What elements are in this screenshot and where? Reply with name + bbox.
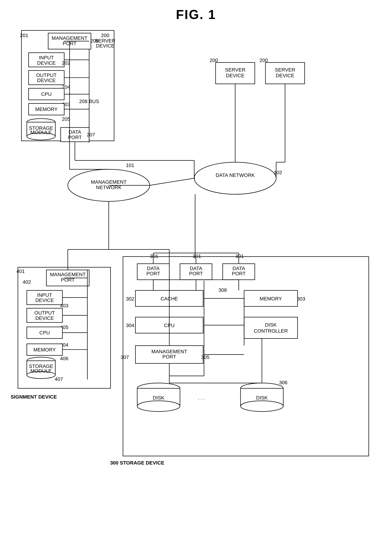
svg-text:301: 301 (193, 253, 201, 259)
svg-text:CONTROLLER: CONTROLLER (254, 328, 288, 334)
svg-text:DATA: DATA (69, 129, 81, 135)
svg-text:200: 200 (210, 58, 218, 63)
svg-text:401: 401 (16, 269, 25, 274)
svg-text:305: 305 (201, 354, 209, 360)
svg-text:MEMORY: MEMORY (33, 347, 56, 352)
svg-text:207: 207 (87, 132, 95, 137)
svg-text:400 PORT  ASSIGNMENT  DEVICE: 400 PORT ASSIGNMENT DEVICE (11, 394, 57, 400)
svg-rect-124 (244, 317, 298, 339)
svg-text:306: 306 (279, 380, 287, 385)
svg-text:CPU: CPU (39, 330, 50, 335)
svg-text:205: 205 (62, 116, 70, 122)
svg-text:PORT: PORT (146, 271, 160, 276)
svg-text:DISK: DISK (256, 395, 268, 401)
svg-text:308: 308 (219, 287, 227, 293)
svg-text:402: 402 (23, 279, 31, 285)
svg-text:DATA: DATA (147, 266, 159, 271)
svg-text:301: 301 (236, 253, 244, 259)
svg-text:301: 301 (150, 253, 158, 259)
svg-text:101: 101 (126, 162, 134, 168)
svg-text:PORT: PORT (232, 271, 246, 276)
svg-text:PORT: PORT (189, 271, 203, 276)
svg-text:403: 403 (60, 303, 68, 308)
svg-text:MANAGEMENT: MANAGEMENT (50, 272, 85, 277)
svg-text:SERVER: SERVER (225, 67, 245, 73)
svg-text:MODULE: MODULE (30, 130, 52, 135)
svg-text:OUTPUT: OUTPUT (36, 72, 57, 78)
svg-text:INPUT: INPUT (39, 55, 54, 60)
svg-text:407: 407 (55, 376, 63, 382)
svg-text:PORT: PORT (68, 134, 82, 140)
svg-point-134 (137, 401, 180, 412)
svg-text:303: 303 (297, 296, 305, 302)
svg-text:DATA: DATA (190, 266, 202, 271)
svg-text:DATA  NETWORK: DATA NETWORK (216, 172, 255, 178)
svg-text:MANAGEMENT: MANAGEMENT (52, 35, 87, 41)
svg-text:304: 304 (126, 323, 134, 328)
svg-text:MANAGEMENT: MANAGEMENT (151, 349, 187, 354)
svg-text:DISK: DISK (265, 322, 277, 328)
svg-text:. . .: . . . (198, 395, 205, 401)
svg-line-167 (150, 178, 194, 186)
svg-text:307: 307 (121, 354, 129, 360)
svg-text:DATA: DATA (233, 266, 245, 271)
page-title: FIG. 1 (0, 0, 392, 22)
svg-text:MANAGEMENT: MANAGEMENT (91, 179, 126, 185)
svg-text:CPU: CPU (41, 91, 52, 97)
svg-text:200: 200 (260, 58, 268, 63)
svg-text:DEVICE: DEVICE (35, 297, 54, 303)
svg-text:DEVICE: DEVICE (226, 73, 244, 78)
svg-text:200: 200 (101, 33, 109, 38)
svg-text:OUTPUT: OUTPUT (34, 310, 55, 315)
svg-text:DISK: DISK (153, 395, 164, 401)
svg-text:MEMORY: MEMORY (260, 296, 282, 301)
svg-text:201: 201 (20, 33, 28, 38)
svg-text:DEVICE: DEVICE (276, 73, 294, 78)
svg-point-50 (194, 162, 276, 194)
svg-text:DEVICE: DEVICE (37, 78, 56, 83)
svg-text:DEVICE: DEVICE (35, 315, 54, 321)
svg-text:MODULE: MODULE (30, 368, 52, 374)
svg-text:DEVICE: DEVICE (96, 43, 115, 49)
svg-text:PORT: PORT (162, 354, 176, 360)
svg-text:202: 202 (62, 60, 70, 66)
svg-text:300 STORAGE  DEVICE: 300 STORAGE DEVICE (110, 460, 164, 466)
svg-text:SERVER: SERVER (275, 67, 295, 73)
svg-text:302: 302 (126, 296, 134, 302)
svg-text:MEMORY: MEMORY (35, 107, 58, 112)
svg-text:INPUT: INPUT (37, 292, 52, 298)
svg-text:102: 102 (274, 170, 282, 175)
svg-text:DEVICE: DEVICE (37, 60, 56, 66)
diagram-container: 201 MANAGEMENT PORT INPUT DEVICE 202 OUT… (11, 25, 381, 527)
svg-point-139 (241, 401, 283, 412)
svg-text:406: 406 (60, 356, 68, 361)
svg-text:SERVER: SERVER (95, 38, 115, 44)
